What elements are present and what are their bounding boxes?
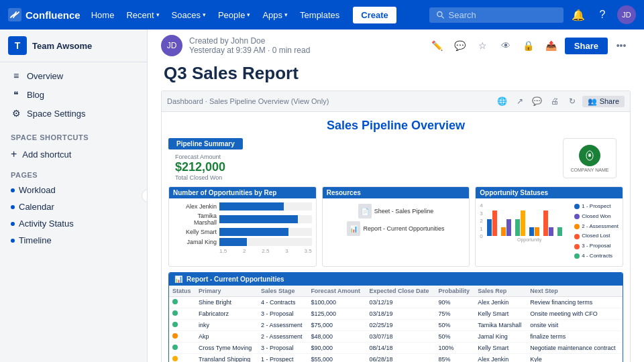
edit-button[interactable]: ✏️ [428, 36, 447, 55]
sidebar-item-calendar[interactable]: Calendar [0, 198, 147, 215]
create-button[interactable]: Create [353, 7, 396, 23]
refresh-icon[interactable]: ↻ [565, 94, 580, 109]
article-author-avatar: JD [161, 35, 182, 56]
notifications-icon[interactable]: 🔔 [569, 5, 588, 24]
chart-opp-body: Alex Jenkin Tamika Marshall Kelly Smart [169, 198, 316, 258]
cell-status [169, 342, 195, 353]
cell-rep: Kelly Smart [474, 308, 527, 319]
more-actions-button[interactable]: ••• [612, 36, 631, 55]
cell-rep: Kelly Smart [474, 342, 527, 353]
nav-home[interactable]: Home [86, 7, 120, 23]
chat-icon[interactable]: 💬 [530, 94, 545, 109]
sidebar-nav: ≡ Overview ❝ Blog ⚙ Space Settings [0, 62, 147, 127]
nav-apps[interactable]: Apps ▾ [257, 7, 293, 23]
timeline-label: Timeline [19, 235, 52, 245]
restrict-button[interactable]: 🔒 [519, 36, 538, 55]
comment-button[interactable]: 💬 [451, 36, 470, 55]
bullet-icon [11, 239, 15, 243]
calendar-label: Calendar [19, 202, 54, 212]
nav-templates[interactable]: Templates [294, 7, 345, 23]
sidebar-item-overview[interactable]: ≡ Overview [0, 66, 147, 85]
cell-primary: inky [195, 319, 258, 330]
cell-stage: 4 - Contracts [258, 296, 307, 308]
table-icon: 📊 [174, 276, 182, 283]
cell-forecast: $75,000 [307, 319, 366, 330]
overview-icon: ≡ [11, 70, 21, 81]
created-date: Yesterday at 9:39 AM · 0 min read [189, 46, 310, 55]
sidebar-item-workload[interactable]: Workload [0, 182, 147, 198]
created-by-label: Created by John Doe [189, 36, 310, 46]
opp-bars [487, 202, 572, 236]
cell-status [169, 319, 195, 330]
pages-section-title: PAGES [0, 164, 147, 182]
cell-probability: 90% [435, 296, 474, 308]
nav-spaces[interactable]: Soaces ▾ [166, 7, 211, 23]
article-title: Q3 Sales Report [148, 59, 644, 90]
embed-container: Dashboard · Sales Pipeline Overview (Vie… [161, 90, 631, 362]
col-primary: Primary [195, 286, 258, 297]
expand-icon[interactable]: ↗ [513, 94, 527, 109]
svg-point-3 [588, 154, 591, 157]
search-box[interactable] [429, 7, 564, 23]
company-logo: COMPANY NAME [563, 138, 616, 178]
logo[interactable]: Confluence [8, 8, 80, 21]
sidebar-item-timeline[interactable]: Timeline [0, 232, 147, 249]
cell-close-date: 06/28/18 [366, 353, 435, 362]
article-meta-text: Created by John Doe Yesterday at 9:39 AM… [189, 36, 310, 55]
nav-items: Home Recent ▾ Soaces ▾ People ▾ Apps ▾ T… [86, 7, 345, 23]
cell-forecast: $55,000 [307, 353, 366, 362]
export-button[interactable]: 📤 [542, 36, 561, 55]
col-forecast: Forecast Amount [307, 286, 366, 297]
add-shortcut-label: Add shortcut [22, 149, 71, 160]
embed-breadcrumb: Dashboard · Sales Pipeline Overview (Vie… [167, 97, 329, 105]
resource-item-sheet[interactable]: 📄 Sheet - Sales Pipeline [358, 204, 434, 219]
avatar[interactable]: JD [617, 5, 636, 24]
globe-icon[interactable]: 🌐 [495, 94, 510, 109]
add-icon: + [11, 148, 17, 160]
bar-row: Jamal King [173, 238, 312, 246]
sidebar-item-space-settings[interactable]: ⚙ Space Settings [0, 104, 147, 123]
sidebar-space: T Team Awsome [0, 29, 147, 62]
share-button[interactable]: Share [565, 38, 608, 54]
bar-row: Alex Jenkin [173, 202, 312, 210]
sidebar-item-activity-status[interactable]: Activity Status [0, 215, 147, 232]
embed-share-button[interactable]: 👥Share [582, 96, 625, 107]
cell-status [169, 330, 195, 342]
confluence-logo-icon [8, 8, 21, 21]
search-input[interactable] [449, 10, 557, 20]
col-probability: Probability [435, 286, 474, 297]
sidebar: ‹ T Team Awsome ≡ Overview ❝ Blog ⚙ Spac… [0, 29, 148, 362]
space-icon: T [8, 36, 27, 55]
table-row: Akp 2 - Assessment $48,000 03/07/18 50% … [169, 330, 623, 342]
cell-probability: 85% [435, 353, 474, 362]
sidebar-item-overview-label: Overview [27, 71, 63, 81]
opp-chart-body: 43210 [476, 198, 623, 266]
cell-stage: 2 - Assessment [258, 330, 307, 342]
activity-status-label: Activity Status [19, 219, 74, 229]
cell-probability: 50% [435, 319, 474, 330]
watch-button[interactable]: 👁 [496, 36, 515, 55]
cell-rep: Alex Jenkin [474, 353, 527, 362]
article-meta: JD Created by John Doe Yesterday at 9:39… [161, 35, 310, 56]
forecast-label: Forecast Amount [175, 154, 225, 160]
search-icon [436, 10, 445, 19]
sidebar-item-blog[interactable]: ❝ Blog [0, 85, 147, 104]
nav-people[interactable]: People ▾ [213, 7, 256, 23]
col-rep: Sales Rep [474, 286, 527, 297]
cell-next-step: Kyle [527, 353, 623, 362]
workload-label: Workload [19, 185, 56, 195]
resources-body: 📄 Sheet - Sales Pipeline 📊 Report - Curr… [323, 198, 470, 241]
cell-close-date: 03/18/19 [366, 308, 435, 319]
chart-opp-header: Number of Opportunities by Rep [169, 187, 316, 198]
resource-item-report[interactable]: 📊 Report - Current Opportunities [347, 221, 444, 236]
print-icon[interactable]: 🖨 [547, 94, 562, 109]
cell-probability: 50% [435, 330, 474, 342]
nav-recent[interactable]: Recent ▾ [121, 7, 164, 23]
data-table-container: 📊 Report - Current Opportunities Status … [168, 272, 623, 362]
bar-row: Tamika Marshall [173, 213, 312, 226]
bullet-icon [11, 188, 15, 192]
cell-next-step: Negotiate maintenance contract [527, 342, 623, 353]
help-icon[interactable]: ? [593, 5, 612, 24]
star-button[interactable]: ☆ [474, 36, 492, 55]
add-shortcut-button[interactable]: + Add shortcut [0, 144, 147, 164]
